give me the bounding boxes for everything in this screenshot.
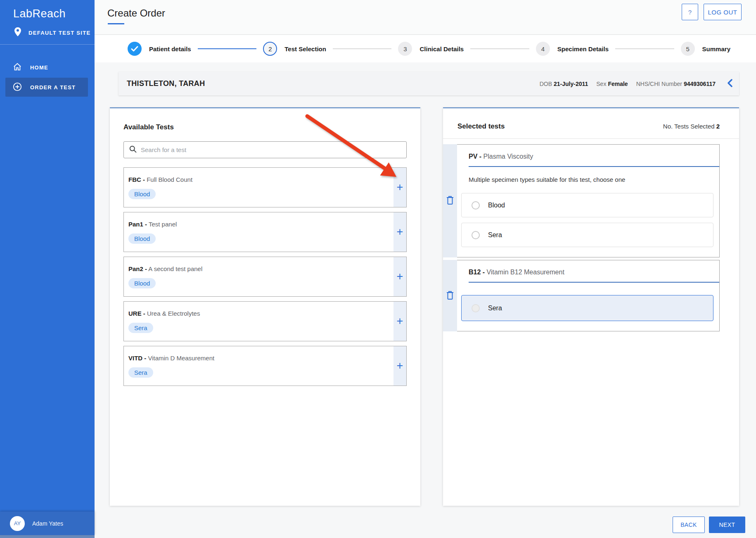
test-search: [123, 141, 407, 158]
test-row-vitd: VITD - Vitamin D Measurement Sera +: [123, 346, 407, 386]
step-clinical-details[interactable]: 3 Clinical Details: [398, 42, 464, 56]
collapse-patient-button[interactable]: [727, 79, 732, 88]
chevron-left-icon: [727, 79, 732, 88]
step-connector: [333, 48, 392, 49]
patient-name: THISTLETON, TARAH: [127, 79, 205, 88]
specimen-chip: Sera: [128, 323, 153, 333]
test-row-fbc: FBC - Full Blood Count Blood +: [123, 167, 407, 207]
selected-card-b12: B12 - Vitamin B12 Measurement Sera: [443, 260, 720, 331]
site-label: DEFAULT TEST SITE: [28, 30, 90, 36]
selected-test-title: PV - Plasma Viscosity: [469, 153, 719, 160]
card-drag-strip: [443, 260, 457, 331]
topbar: Create Order ? LOG OUT: [95, 0, 756, 35]
patient-sex: SexFemale: [596, 81, 628, 87]
specimen-chip: Blood: [128, 233, 156, 244]
test-row-pan1: Pan1 - Test panel Blood +: [123, 212, 407, 252]
patient-banner: THISTLETON, TARAH DOB21-July-2011 SexFem…: [118, 72, 739, 95]
help-button[interactable]: ?: [682, 4, 698, 20]
specimen-chip: Blood: [128, 189, 156, 199]
logout-button[interactable]: LOG OUT: [704, 4, 742, 20]
specimen-options: Sera: [461, 295, 713, 321]
sidebar-divider: [0, 44, 95, 45]
available-tests-title: Available Tests: [123, 123, 407, 131]
wizard-footer: BACK NEXT: [673, 517, 745, 533]
selected-test-title: B12 - Vitamin B12 Measurement: [469, 269, 719, 276]
patient-nhs-number: NHS/CHI Number9449306117: [636, 81, 716, 87]
selected-tests-header: Selected tests No. Tests Selected2: [443, 108, 739, 139]
step-connector: [470, 48, 529, 49]
radio-checked-icon[interactable]: [472, 304, 480, 312]
patient-dob: DOB21-July-2011: [540, 81, 588, 87]
test-title: Pan2 - A second test panel: [128, 265, 388, 272]
test-title: VITD - Vitamin D Measurement: [128, 355, 388, 362]
step-label: Test Selection: [284, 45, 326, 52]
page-title: Create Order: [107, 7, 165, 19]
step-number: 2: [263, 42, 277, 56]
selected-card-pv: PV - Plasma Viscosity Multiple specimen …: [443, 144, 720, 257]
sidebar-item-order-a-test[interactable]: ORDER A TEST: [5, 78, 88, 97]
selected-card-body: B12 - Vitamin B12 Measurement Sera: [457, 260, 720, 331]
step-label: Specimen Details: [557, 45, 609, 52]
step-test-selection[interactable]: 2 Test Selection: [263, 42, 326, 56]
back-button[interactable]: BACK: [673, 517, 705, 533]
selected-tests-title: Selected tests: [457, 122, 505, 131]
step-label: Summary: [702, 45, 730, 52]
sidebar-item-label: HOME: [30, 64, 48, 71]
selected-test-list: PV - Plasma Viscosity Multiple specimen …: [443, 144, 720, 331]
card-title-rule: [469, 166, 719, 167]
specimen-option-blood[interactable]: Blood: [461, 193, 713, 217]
user-name: Adam Yates: [32, 520, 63, 527]
add-test-button[interactable]: +: [393, 346, 406, 386]
step-number: 4: [536, 42, 550, 56]
specimen-option-sera[interactable]: Sera: [461, 223, 713, 247]
location-pin-icon: [14, 27, 22, 38]
test-row-ure: URE - Urea & Electrolytes Sera +: [123, 301, 407, 341]
specimen-chip: Sera: [128, 367, 153, 378]
add-test-button[interactable]: +: [393, 168, 406, 207]
app-root: LabReach DEFAULT TEST SITE HOME ORDER A …: [0, 0, 756, 538]
sidebar-item-label: ORDER A TEST: [30, 84, 76, 90]
trash-icon: [446, 195, 454, 206]
trash-icon: [446, 290, 454, 301]
add-test-button[interactable]: +: [393, 257, 406, 296]
step-summary[interactable]: 5 Summary: [681, 42, 730, 56]
radio-unchecked-icon[interactable]: [472, 201, 480, 209]
remove-test-button[interactable]: [446, 290, 454, 301]
sidebar-item-home[interactable]: HOME: [0, 58, 95, 77]
step-number: 5: [681, 42, 695, 56]
patient-meta: DOB21-July-2011 SexFemale NHS/CHI Number…: [540, 79, 732, 88]
search-icon: [129, 145, 137, 155]
test-title: URE - Urea & Electrolytes: [128, 310, 388, 317]
step-patient-details[interactable]: Patient details: [128, 42, 191, 56]
title-underline: [108, 23, 124, 24]
search-input[interactable]: [141, 146, 401, 153]
test-row-pan2: Pan2 - A second test panel Blood +: [123, 257, 407, 297]
step-connector: [615, 48, 674, 49]
remove-test-button[interactable]: [446, 195, 454, 206]
stepper: Patient details 2 Test Selection 3 Clini…: [95, 35, 756, 62]
specimen-chip: Blood: [128, 278, 156, 288]
add-test-button[interactable]: +: [393, 302, 406, 341]
specimen-option-sera-selected[interactable]: Sera: [461, 295, 713, 321]
step-specimen-details[interactable]: 4 Specimen Details: [536, 42, 609, 56]
step-complete-check-icon: [128, 42, 142, 56]
app-logo: LabReach: [0, 0, 95, 20]
specimen-note: Multiple specimen types suitable for thi…: [469, 176, 719, 183]
step-number: 3: [398, 42, 412, 56]
radio-unchecked-icon[interactable]: [472, 231, 480, 239]
available-test-list: FBC - Full Blood Count Blood + Pan1 - Te…: [123, 167, 407, 386]
next-button[interactable]: NEXT: [709, 517, 745, 533]
avatar: AY: [10, 516, 25, 531]
user-footer[interactable]: AY Adam Yates: [0, 512, 95, 535]
selected-tests-panel: Selected tests No. Tests Selected2: [443, 107, 739, 506]
site-selector[interactable]: DEFAULT TEST SITE: [0, 20, 95, 38]
add-test-button[interactable]: +: [393, 212, 406, 252]
test-title: Pan1 - Test panel: [128, 221, 388, 228]
test-title: FBC - Full Blood Count: [128, 176, 388, 183]
step-label: Patient details: [149, 45, 191, 52]
step-label: Clinical Details: [419, 45, 464, 52]
specimen-options: Blood Sera: [461, 193, 713, 247]
home-icon: [13, 62, 22, 73]
sidebar: LabReach DEFAULT TEST SITE HOME ORDER A …: [0, 0, 95, 538]
selected-tests-count: No. Tests Selected2: [663, 123, 720, 130]
